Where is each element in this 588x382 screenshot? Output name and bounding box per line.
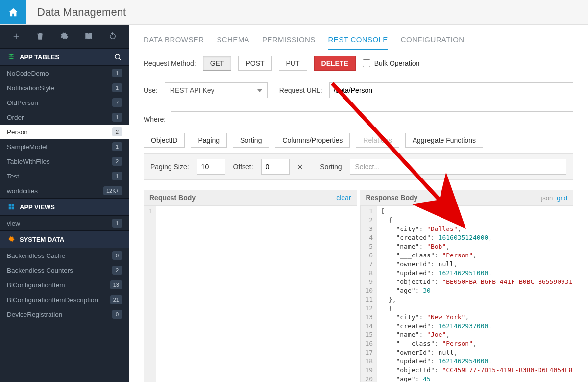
add-icon[interactable] (12, 32, 21, 41)
bulk-operation-checkbox[interactable]: Bulk Operation (363, 59, 420, 67)
sidebar-item-order[interactable]: Order1 (0, 110, 129, 125)
response-body-title: Response Body (366, 194, 418, 202)
tab-rest-console[interactable]: REST CONSOLE (328, 35, 388, 50)
paging-size-label: Paging Size: (150, 163, 189, 171)
section-title: APP VIEWS (20, 204, 55, 211)
section-head-system-data[interactable]: SYSTEM DATA (0, 230, 129, 248)
sidebar-item-view[interactable]: view1 (0, 216, 129, 230)
bulk-checkbox-input[interactable] (363, 59, 370, 67)
sidebar-item-nocodedemo[interactable]: NoCodeDemo1 (0, 66, 129, 80)
sidebar-item-count: 7 (112, 98, 122, 107)
sidebar-item-label: view (7, 220, 20, 227)
tab-data-browser[interactable]: DATA BROWSER (144, 35, 204, 50)
refresh-icon[interactable] (108, 32, 117, 41)
offset-label: Offset: (233, 163, 253, 171)
where-label: Where: (144, 115, 166, 123)
sidebar-item-label: NoCodeDemo (7, 70, 49, 77)
request-url-label: Request URL: (279, 86, 322, 94)
request-body-editor[interactable]: 1 (144, 205, 357, 382)
sidebar-item-label: Test (7, 173, 19, 180)
trash-icon[interactable] (36, 32, 45, 41)
response-body-editor[interactable]: 12345678910111213141516171819202122 [ { … (360, 205, 574, 382)
bodies: Request Body clear 1 Response Body json … (144, 190, 573, 382)
chip-columns[interactable]: Columns/Properties (275, 133, 350, 148)
section-title: SYSTEM DATA (20, 236, 64, 243)
clear-request-body[interactable]: clear (336, 194, 351, 202)
method-put-button[interactable]: PUT (279, 56, 307, 71)
sidebar-item-count: 1 (112, 219, 122, 228)
sidebar-item-notificationstyle[interactable]: NotificationStyle1 (0, 80, 129, 95)
tab-permissions[interactable]: PERMISSIONS (262, 35, 316, 50)
chip-paging[interactable]: Paging (191, 133, 227, 148)
offset-input[interactable] (261, 159, 290, 175)
sidebar-item-count: 12K+ (103, 186, 122, 195)
sidebar-item-count: 0 (112, 310, 122, 319)
sidebar-item-test[interactable]: Test1 (0, 169, 129, 183)
sidebar-item-label: SampleModel (7, 143, 48, 151)
sidebar-item-label: BlConfigurationItemDescription (7, 296, 98, 304)
request-method-row: Request Method: GET POST PUT DELETE Bulk… (129, 50, 588, 76)
sidebar-item-label: Person (7, 128, 28, 136)
chip-aggregate[interactable]: Aggregate Functions (405, 133, 483, 148)
method-post-button[interactable]: POST (238, 56, 271, 71)
stack-green-icon (8, 53, 15, 60)
use-select[interactable]: REST API Key (165, 82, 268, 98)
sidebar-item-label: Backendless Counters (7, 267, 73, 274)
sidebar-item-backendless counters[interactable]: Backendless Counters2 (0, 263, 129, 278)
book-icon[interactable] (84, 32, 93, 41)
paging-size-input[interactable] (197, 159, 225, 175)
sidebar-item-samplemodel[interactable]: SampleModel1 (0, 139, 129, 154)
bulk-label: Bulk Operation (374, 59, 420, 67)
mode-json[interactable]: json (541, 194, 553, 202)
where-row: Where: (129, 104, 588, 127)
where-input[interactable] (171, 111, 573, 127)
use-label: Use: (144, 86, 158, 94)
tab-schema[interactable]: SCHEMA (217, 35, 249, 50)
chip-sorting[interactable]: Sorting (233, 133, 269, 148)
mode-grid[interactable]: grid (557, 194, 567, 202)
sidebar-item-deviceregistration[interactable]: DeviceRegistration0 (0, 307, 129, 322)
section-title: APP TABLES (20, 53, 59, 61)
sidebar-item-count: 2 (112, 157, 122, 166)
method-delete-button[interactable]: DELETE (314, 56, 356, 71)
tabs: DATA BROWSERSCHEMAPERMISSIONSREST CONSOL… (129, 25, 588, 50)
sidebar-item-count: 1 (112, 172, 122, 180)
grid-blue-icon (8, 204, 15, 210)
sorting-label: Sorting: (320, 163, 343, 171)
tab-configuration[interactable]: CONFIGURATION (401, 35, 465, 50)
gear-icon[interactable] (60, 32, 69, 41)
sidebar-item-count: 21 (110, 295, 122, 304)
sidebar-item-count: 0 (112, 251, 122, 260)
sidebar-item-blconfigurationitem[interactable]: BlConfigurationItem13 (0, 278, 129, 292)
search-icon[interactable] (114, 53, 122, 61)
sidebar-item-tablewithfiles[interactable]: TableWithFiles2 (0, 154, 129, 169)
chip-relations: Relations (356, 133, 399, 148)
sidebar-item-oldperson[interactable]: OldPerson7 (0, 95, 129, 110)
paging-panel: Paging Size: Offset: × Sorting: Select..… (144, 153, 573, 180)
gear-orange-icon (8, 236, 15, 243)
home-icon (8, 7, 19, 18)
use-url-row: Use: REST API Key Request URL: (129, 76, 588, 104)
section-head-app-views[interactable]: APP VIEWS (0, 198, 129, 216)
sidebar-item-label: Backendless Cache (7, 252, 65, 259)
sidebar-item-count: 1 (112, 69, 122, 77)
sidebar-item-count: 1 (112, 142, 122, 151)
sidebar-item-worldcities[interactable]: worldcities12K+ (0, 183, 129, 198)
close-panel-icon[interactable]: × (297, 161, 303, 173)
sidebar-item-person[interactable]: Person2 (0, 125, 129, 139)
method-get-button[interactable]: GET (203, 56, 232, 71)
sidebar-actions (0, 25, 129, 48)
sidebar-item-blconfigurationitemdescription[interactable]: BlConfigurationItemDescription21 (0, 292, 129, 307)
request-url-input[interactable] (329, 82, 573, 98)
request-body-title: Request Body (149, 194, 196, 202)
section-head-app-tables[interactable]: APP TABLES (0, 48, 129, 66)
chips-row: ObjectID Paging Sorting Columns/Properti… (129, 127, 588, 153)
sidebar: APP TABLESNoCodeDemo1NotificationStyle1O… (0, 25, 129, 382)
home-button[interactable] (0, 0, 26, 24)
sidebar-item-label: worldcities (7, 187, 38, 195)
sidebar-item-count: 2 (112, 266, 122, 275)
sidebar-item-backendless cache[interactable]: Backendless Cache0 (0, 248, 129, 263)
sorting-select[interactable]: Select... (350, 159, 566, 175)
chip-objectid[interactable]: ObjectID (144, 133, 185, 148)
sidebar-item-count: 1 (112, 113, 122, 122)
